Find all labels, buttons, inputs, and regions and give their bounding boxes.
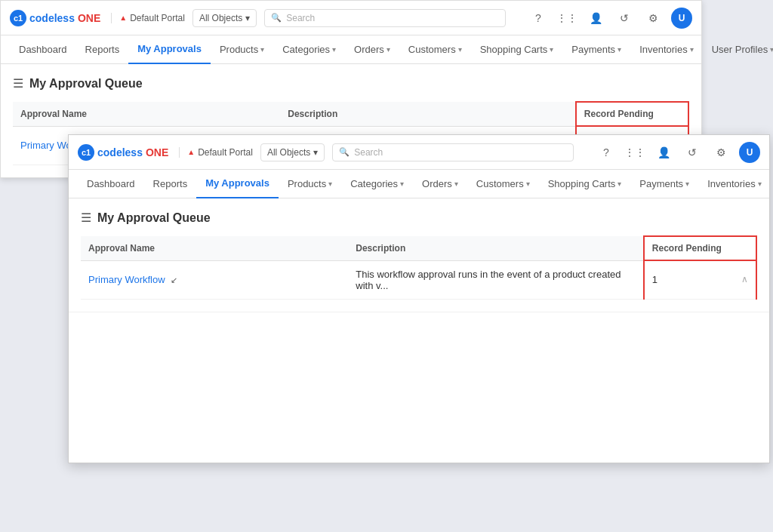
td-desc-fg: This workflow approval runs in the event… (348, 260, 644, 299)
td-pending-fg: 1 ∧ (644, 260, 756, 299)
portal-badge-fg[interactable]: ▲ Default Portal (179, 147, 253, 158)
portal-label-fg: Default Portal (198, 147, 253, 158)
th-desc-bg: Description (280, 102, 576, 126)
objects-dropdown-fg[interactable]: All Objects ▾ (260, 143, 325, 161)
navbar-bg: Dashboard Reports My Approvals Products▾… (1, 35, 701, 64)
nav-customers-bg[interactable]: Customers▾ (399, 35, 471, 64)
grid-btn-fg[interactable]: ⋮⋮ (624, 142, 645, 163)
navbar-fg: Dashboard Reports My Approvals Products▾… (69, 170, 769, 198)
section-header-fg: ☰ My Approval Queue (81, 211, 757, 225)
list-icon-bg: ☰ (13, 76, 23, 91)
search-placeholder-fg: Search (354, 147, 383, 158)
objects-label-bg: All Objects (199, 13, 242, 23)
logo-text-c-bg: codeless (29, 12, 75, 24)
nav-payments-fg[interactable]: Payments▾ (630, 170, 698, 198)
nav-products-fg[interactable]: Products▾ (279, 170, 341, 198)
history-btn-bg[interactable]: ↺ (614, 8, 635, 29)
topbar-actions-fg: ? ⋮⋮ 👤 ↺ ⚙ U (596, 142, 760, 163)
approval-table-fg: Approval Name Description Record Pending… (81, 235, 757, 300)
objects-label-fg: All Objects (267, 147, 310, 158)
nav-dashboard-bg[interactable]: Dashboard (10, 35, 76, 64)
objects-caret-fg: ▾ (313, 147, 318, 158)
nav-orders-fg[interactable]: Orders▾ (413, 170, 467, 198)
logo-text-one-bg: ONE (78, 12, 100, 24)
nav-reports-fg[interactable]: Reports (144, 170, 197, 198)
logo-text-c-fg: codeless (97, 146, 143, 158)
th-name-fg: Approval Name (81, 236, 348, 260)
search-bar-fg[interactable]: 🔍 Search (332, 143, 574, 161)
objects-dropdown-bg[interactable]: All Objects ▾ (192, 9, 257, 27)
content-fg: ☰ My Approval Queue Approval Name Descri… (69, 198, 769, 312)
logo-fg: c1 codelessONE (78, 144, 168, 161)
logo-text-one-fg: ONE (146, 146, 168, 158)
portal-badge-bg[interactable]: ▲ Default Portal (111, 13, 185, 23)
nav-products-bg[interactable]: Products▾ (211, 35, 273, 64)
topbar-actions-bg: ? ⋮⋮ 👤 ↺ ⚙ U (528, 8, 692, 29)
th-desc-fg: Description (348, 236, 644, 260)
nav-inventories-bg[interactable]: Inventories▾ (630, 35, 703, 64)
grid-btn-bg[interactable]: ⋮⋮ (556, 8, 577, 29)
page-title-bg: My Approval Queue (29, 77, 143, 91)
portal-icon-fg: ▲ (187, 148, 195, 156)
nav-customers-fg[interactable]: Customers▾ (467, 170, 539, 198)
list-icon-fg: ☰ (81, 211, 91, 225)
nav-orders-bg[interactable]: Orders▾ (345, 35, 399, 64)
portal-label-bg: Default Portal (130, 13, 185, 23)
search-bar-bg[interactable]: 🔍 Search (264, 9, 506, 27)
avatar-fg[interactable]: U (739, 142, 760, 163)
nav-inventories-fg[interactable]: Inventories▾ (698, 170, 771, 198)
nav-categories-fg[interactable]: Categories▾ (341, 170, 413, 198)
nav-payments-bg[interactable]: Payments▾ (562, 35, 630, 64)
nav-carts-fg[interactable]: Shopping Carts▾ (539, 170, 631, 198)
table-row-fg: Primary Workflow ↙ This workflow approva… (81, 260, 756, 299)
nav-myapprovals-fg[interactable]: My Approvals (196, 170, 279, 198)
nav-dashboard-fg[interactable]: Dashboard (78, 170, 144, 198)
search-placeholder-bg: Search (286, 13, 315, 23)
avatar-bg[interactable]: U (671, 8, 692, 29)
th-name-bg: Approval Name (13, 102, 280, 126)
user-btn-fg[interactable]: 👤 (653, 142, 674, 163)
th-pending-fg: Record Pending (644, 236, 756, 260)
logo-bg: c1 codelessONE (10, 10, 100, 26)
nav-userprofiles-bg[interactable]: User Profiles▾ (703, 35, 773, 64)
expand-icon-fg[interactable]: ∧ (741, 274, 748, 284)
user-btn-bg[interactable]: 👤 (585, 8, 606, 29)
td-name-fg[interactable]: Primary Workflow ↙ (81, 260, 348, 299)
topbar-bg: c1 codelessONE ▲ Default Portal All Obje… (1, 1, 701, 35)
logo-icon-fg: c1 (78, 144, 94, 161)
th-pending-bg: Record Pending (576, 102, 688, 126)
search-icon-fg: 🔍 (339, 147, 350, 157)
nav-carts-bg[interactable]: Shopping Carts▾ (471, 35, 563, 64)
nav-categories-bg[interactable]: Categories▾ (273, 35, 345, 64)
search-icon-bg: 🔍 (271, 13, 282, 23)
topbar-fg: c1 codelessONE ▲ Default Portal All Obje… (69, 135, 769, 170)
nav-myapprovals-bg[interactable]: My Approvals (128, 35, 211, 64)
nav-reports-bg[interactable]: Reports (76, 35, 129, 64)
help-btn-bg[interactable]: ? (528, 8, 549, 29)
page-title-fg: My Approval Queue (97, 211, 211, 225)
logo-icon-bg: c1 (10, 10, 26, 26)
objects-caret-bg: ▾ (245, 13, 250, 23)
history-btn-fg[interactable]: ↺ (682, 142, 703, 163)
workflow-link-fg[interactable]: Primary Workflow (88, 274, 165, 285)
help-btn-fg[interactable]: ? (596, 142, 617, 163)
portal-icon-bg: ▲ (119, 14, 127, 22)
settings-btn-fg[interactable]: ⚙ (710, 142, 731, 163)
section-header-bg: ☰ My Approval Queue (13, 76, 689, 91)
settings-btn-bg[interactable]: ⚙ (642, 8, 664, 29)
